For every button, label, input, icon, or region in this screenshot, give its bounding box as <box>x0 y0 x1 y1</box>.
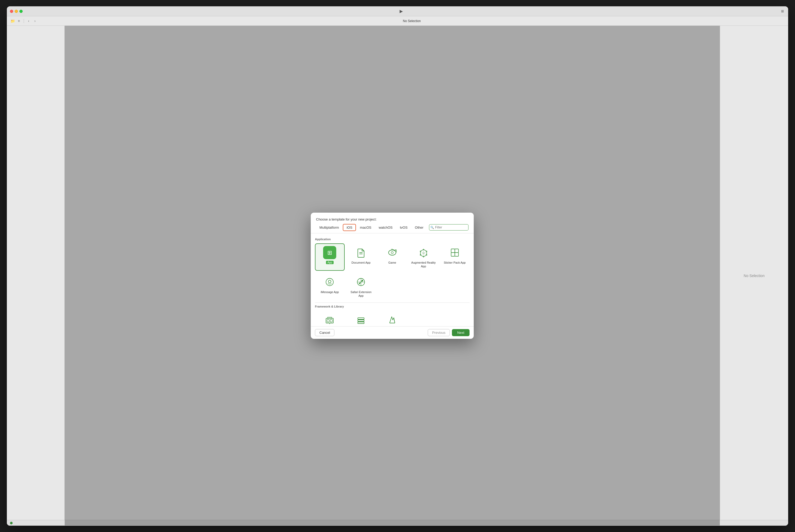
modal-title: Choose a template for your new project: <box>316 217 398 221</box>
svg-text:⊞: ⊞ <box>327 249 332 256</box>
template-app[interactable]: ⊞ App <box>315 243 345 266</box>
new-project-dialog: Choose a template for your new project: … <box>311 213 398 266</box>
tab-multiplatform[interactable]: Multiplatform <box>316 224 342 231</box>
game-icon <box>386 246 398 259</box>
document-app-icon <box>354 246 367 259</box>
svg-point-4 <box>389 250 396 255</box>
template-document-app[interactable]: Document App <box>346 243 376 266</box>
app-icon: ⊞ <box>323 246 336 259</box>
app-badge: App <box>326 261 334 264</box>
application-grid: ⊞ App <box>315 243 398 266</box>
modal-header: Choose a template for your new project: … <box>311 213 398 233</box>
application-section-label: Application <box>315 238 398 241</box>
game-label: Game <box>388 261 396 264</box>
app-window: ▶ ⊞ 📁 + ‹ › No Selection No Selection Ch… <box>7 6 398 266</box>
maximize-button[interactable] <box>19 10 23 13</box>
close-button[interactable] <box>10 10 13 13</box>
template-game[interactable]: Game <box>378 243 398 266</box>
sidebar <box>7 26 65 266</box>
tabs-row: Multiplatform iOS macOS watchOS tvOS Oth… <box>316 224 398 231</box>
secondary-toolbar: 📁 + ‹ › No Selection <box>7 16 398 26</box>
tab-watchos[interactable]: watchOS <box>375 224 396 231</box>
document-app-label: Document App <box>352 261 371 264</box>
svg-point-5 <box>391 251 393 254</box>
folder-icon[interactable]: 📁 <box>10 18 15 24</box>
tab-macos[interactable]: macOS <box>357 224 375 231</box>
add-icon[interactable]: + <box>16 18 22 24</box>
content-area: No Selection Choose a template for your … <box>65 26 398 266</box>
breadcrumb: No Selection <box>39 19 398 23</box>
tab-tvos[interactable]: tvOS <box>396 224 398 231</box>
title-bar: ▶ ⊞ <box>7 6 398 16</box>
svg-point-7 <box>395 249 396 250</box>
tab-ios[interactable]: iOS <box>343 224 356 231</box>
minimize-button[interactable] <box>15 10 18 13</box>
back-icon[interactable]: ‹ <box>26 18 31 24</box>
main-area: No Selection Choose a template for your … <box>7 26 398 266</box>
modal-body: Application ⊞ App <box>311 233 398 266</box>
traffic-lights <box>10 10 23 13</box>
modal-overlay: Choose a template for your new project: … <box>65 26 398 266</box>
forward-icon[interactable]: › <box>32 18 38 24</box>
